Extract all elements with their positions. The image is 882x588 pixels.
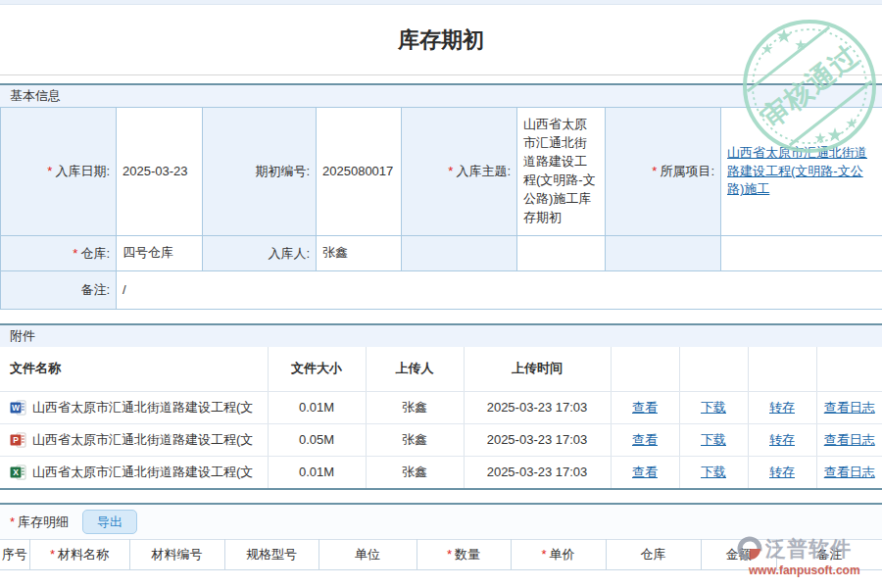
svg-text:P: P (13, 435, 19, 445)
remark-value: / (117, 271, 882, 310)
file-name: 山西省太原市汇通北街道路建设工程(文 (32, 399, 253, 416)
file-uploader: 张鑫 (366, 423, 464, 456)
required-marker: * (10, 514, 15, 529)
basic-info-table: *入库日期: 2025-03-23 期初编号: 2025080017 *入库主题… (0, 107, 882, 310)
required-marker: * (50, 547, 55, 562)
col-empty (679, 347, 748, 391)
col-unit-price: *单价 (511, 540, 606, 570)
col-material-no: 材料编号 (129, 540, 224, 570)
col-empty (748, 347, 816, 391)
file-upload-time: 2025-03-23 17:03 (464, 456, 611, 488)
receiver-value: 张鑫 (317, 236, 402, 271)
col-file-size: 文件大小 (268, 347, 366, 391)
file-name: 山西省太原市汇通北街道路建设工程(文 (32, 464, 253, 481)
project-value: 山西省太原市汇通北街道路建设工程(文明路-文公路)施工 (721, 108, 882, 236)
subject-value: 山西省太原市汇通北街道路建设工程(文明路-文公路)施工库存期初 (517, 108, 606, 236)
col-spec-model: 规格型号 (224, 540, 318, 570)
section-header-basic-info: 基本信息 (0, 83, 882, 107)
view-link[interactable]: 查看 (632, 400, 658, 415)
view-link[interactable]: 查看 (632, 465, 658, 479)
file-upload-time: 2025-03-23 17:03 (464, 423, 611, 456)
init-no-value: 2025080017 (317, 108, 402, 236)
empty-cell (606, 236, 721, 271)
svg-text:W: W (12, 403, 21, 413)
table-row: *入库日期: 2025-03-23 期初编号: 2025080017 *入库主题… (1, 108, 882, 236)
empty-cell (402, 236, 517, 271)
section-header-inventory-detail: * 库存明细 导出 (0, 503, 882, 539)
required-marker: * (447, 547, 452, 562)
subject-label: *入库主题: (402, 108, 517, 236)
view-log-link[interactable]: 查看日志 (824, 432, 875, 447)
file-size: 0.01M (268, 391, 366, 423)
required-marker: * (47, 164, 52, 178)
word-file-icon: W (10, 400, 26, 416)
svg-text:X: X (13, 467, 19, 477)
inventory-detail-table: 序号 *材料名称 材料编号 规格型号 单位 *数量 *单价 仓库 金额 备注 (0, 539, 882, 570)
attachment-row: W 山西省太原市汇通北街道路建设工程(文 0.01M 张鑫 2025-03-23… (0, 391, 882, 423)
table-row: 备注: / (1, 271, 882, 310)
empty-cell (721, 236, 882, 271)
col-amount: 金额 (701, 540, 776, 570)
col-warehouse: 仓库 (606, 540, 701, 570)
in-date-label: *入库日期: (1, 108, 117, 236)
required-marker: * (448, 164, 453, 178)
download-link[interactable]: 下载 (701, 432, 726, 447)
save-as-link[interactable]: 转存 (769, 465, 795, 479)
required-marker: * (652, 164, 657, 178)
download-link[interactable]: 下载 (701, 465, 726, 479)
file-upload-time: 2025-03-23 17:03 (464, 391, 611, 423)
ppt-file-icon: P (10, 432, 26, 448)
file-uploader: 张鑫 (366, 456, 464, 488)
col-seq: 序号 (0, 540, 29, 570)
save-as-link[interactable]: 转存 (769, 432, 795, 447)
project-link[interactable]: 山西省太原市汇通北街道路建设工程(文明路-文公路)施工 (727, 145, 867, 197)
init-no-label: 期初编号: (203, 108, 317, 236)
attachments-table-wrapper: 文件名称 文件大小 上传人 上传时间 W 山西省太原市汇通北街道路建设工程(文 … (0, 347, 882, 490)
project-label: *所属项目: (606, 108, 721, 236)
attachments-table: 文件名称 文件大小 上传人 上传时间 W 山西省太原市汇通北街道路建设工程(文 … (0, 347, 882, 488)
file-uploader: 张鑫 (366, 391, 464, 423)
attachment-row: X 山西省太原市汇通北街道路建设工程(文 0.01M 张鑫 2025-03-23… (0, 456, 882, 488)
file-size: 0.01M (268, 456, 366, 488)
warehouse-value: 四号仓库 (117, 236, 203, 271)
in-date-value: 2025-03-23 (117, 108, 203, 236)
col-quantity: *数量 (416, 540, 511, 570)
view-log-link[interactable]: 查看日志 (824, 465, 875, 479)
col-empty (816, 347, 882, 391)
file-name: 山西省太原市汇通北街道路建设工程(文 (32, 431, 253, 449)
col-empty (611, 347, 679, 391)
attachment-row: P 山西省太原市汇通北街道路建设工程(文 0.05M 张鑫 2025-03-23… (0, 423, 882, 456)
table-row: *仓库: 四号仓库 入库人: 张鑫 (1, 236, 882, 271)
col-upload-time: 上传时间 (464, 347, 611, 391)
col-remark: 备注 (776, 540, 882, 570)
col-material-name: *材料名称 (29, 540, 129, 570)
required-marker: * (541, 547, 546, 562)
inventory-detail-title: 库存明细 (18, 514, 69, 531)
warehouse-label: *仓库: (1, 236, 117, 271)
view-link[interactable]: 查看 (632, 432, 658, 447)
col-unit: 单位 (318, 540, 416, 570)
export-button[interactable]: 导出 (82, 510, 137, 535)
detail-header-row: 序号 *材料名称 材料编号 规格型号 单位 *数量 *单价 仓库 金额 备注 (0, 540, 882, 570)
file-size: 0.05M (268, 423, 366, 456)
required-marker: * (73, 246, 77, 261)
excel-file-icon: X (10, 465, 26, 480)
col-file-name: 文件名称 (0, 347, 268, 391)
page-title: 库存期初 (0, 5, 882, 75)
col-uploader: 上传人 (366, 347, 464, 391)
save-as-link[interactable]: 转存 (769, 400, 795, 415)
remark-label: 备注: (1, 271, 117, 310)
view-log-link[interactable]: 查看日志 (824, 400, 875, 415)
receiver-label: 入库人: (203, 236, 317, 271)
download-link[interactable]: 下载 (701, 400, 726, 415)
section-header-attachments: 附件 (0, 323, 882, 347)
attachments-header-row: 文件名称 文件大小 上传人 上传时间 (0, 347, 882, 391)
empty-cell (517, 236, 606, 271)
